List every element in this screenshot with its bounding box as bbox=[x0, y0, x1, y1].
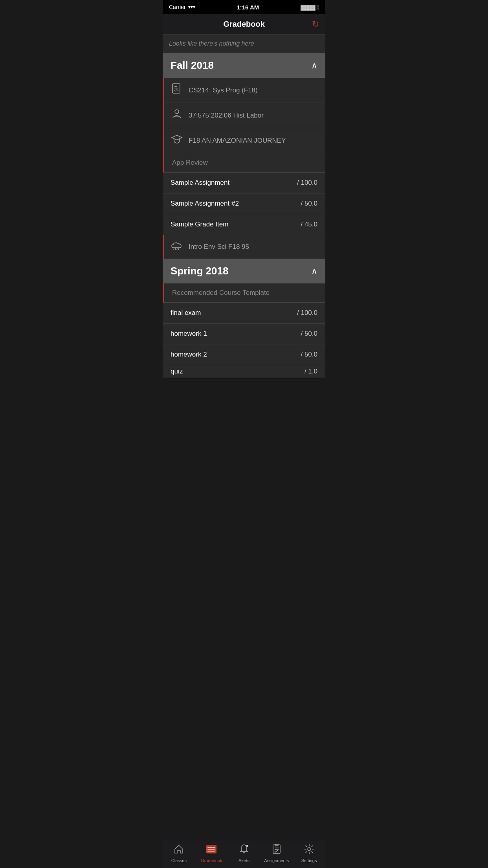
sa2-score: / 50.0 bbox=[301, 200, 317, 208]
graduation-icon bbox=[171, 134, 183, 147]
svg-text:</>: </> bbox=[174, 89, 179, 92]
svg-line-10 bbox=[177, 248, 177, 250]
spring2018-header[interactable]: Spring 2018 ∧ bbox=[163, 259, 325, 283]
cloud-icon bbox=[171, 241, 183, 253]
status-bar: Carrier ▾▾▾ 1:16 AM ▓▓▓▓░ bbox=[163, 0, 325, 14]
app-review-category[interactable]: App Review bbox=[163, 153, 325, 173]
sa2-name: Sample Assignment #2 bbox=[171, 200, 239, 208]
svg-marker-6 bbox=[172, 135, 182, 140]
wifi-icon: ▾▾▾ bbox=[188, 4, 195, 10]
quiz-name: quiz bbox=[171, 368, 183, 375]
recommended-text: Recommended Course Template bbox=[172, 289, 270, 296]
grade-final-exam[interactable]: final exam / 100.0 bbox=[163, 303, 325, 324]
refresh-button[interactable]: ↻ bbox=[312, 19, 319, 29]
sgi-score: / 45.0 bbox=[301, 221, 317, 228]
grade-sample-assignment[interactable]: Sample Assignment / 100.0 bbox=[163, 173, 325, 193]
carrier-text: Carrier bbox=[169, 4, 186, 10]
grade-sample-item[interactable]: Sample Grade Item / 45.0 bbox=[163, 214, 325, 235]
scroll-content: Looks like there's nothing here Fall 201… bbox=[163, 35, 325, 406]
svg-rect-5 bbox=[175, 115, 178, 116]
course-hist[interactable]: 37:575:202:06 Hist Labor bbox=[163, 103, 325, 128]
nothing-here-text: Looks like there's nothing here bbox=[169, 40, 254, 47]
sa1-score: / 100.0 bbox=[297, 179, 317, 187]
cs214-name: CS214: Sys Prog (F18) bbox=[189, 86, 258, 94]
svg-line-8 bbox=[174, 248, 174, 250]
hw1-score: / 50.0 bbox=[301, 330, 317, 338]
course-amazonian[interactable]: F18 AN AMAZONIAN JOURNEY bbox=[163, 128, 325, 153]
fall2018-chevron: ∧ bbox=[311, 61, 317, 71]
hist-name: 37:575:202:06 Hist Labor bbox=[189, 112, 264, 120]
hw2-name: homework 2 bbox=[171, 351, 207, 359]
hw2-score: / 50.0 bbox=[301, 351, 317, 359]
grade-homework-1[interactable]: homework 1 / 50.0 bbox=[163, 324, 325, 344]
course-env-sci[interactable]: Intro Env Sci F18 95 bbox=[163, 235, 325, 259]
battery-icon: ▓▓▓▓░ bbox=[301, 4, 319, 10]
code-icon: </> bbox=[171, 83, 183, 97]
fe-name: final exam bbox=[171, 309, 201, 317]
spring2018-chevron: ∧ bbox=[311, 266, 317, 276]
carrier-info: Carrier ▾▾▾ bbox=[169, 4, 195, 10]
recommended-category[interactable]: Recommended Course Template bbox=[163, 283, 325, 303]
nothing-here-section: Looks like there's nothing here bbox=[163, 35, 325, 53]
grade-homework-2[interactable]: homework 2 / 50.0 bbox=[163, 344, 325, 365]
hw1-name: homework 1 bbox=[171, 330, 207, 338]
course-cs214[interactable]: </> CS214: Sys Prog (F18) bbox=[163, 78, 325, 103]
sgi-name: Sample Grade Item bbox=[171, 221, 228, 228]
fall2018-title: Fall 2018 bbox=[171, 59, 214, 72]
grade-sample-assignment-2[interactable]: Sample Assignment #2 / 50.0 bbox=[163, 193, 325, 214]
svg-line-9 bbox=[175, 248, 176, 250]
amazonian-name: F18 AN AMAZONIAN JOURNEY bbox=[189, 137, 286, 145]
spring2018-title: Spring 2018 bbox=[171, 265, 228, 277]
svg-line-11 bbox=[178, 248, 179, 250]
header: Gradebook ↻ bbox=[163, 14, 325, 35]
status-time: 1:16 AM bbox=[237, 4, 259, 11]
fall2018-header[interactable]: Fall 2018 ∧ bbox=[163, 53, 325, 78]
person-icon bbox=[171, 108, 183, 122]
grade-quiz-partial[interactable]: quiz / 1.0 bbox=[163, 365, 325, 378]
env-sci-name: Intro Env Sci F18 95 bbox=[189, 243, 249, 251]
quiz-score: / 1.0 bbox=[305, 368, 317, 375]
sa1-name: Sample Assignment bbox=[171, 179, 229, 187]
page-title: Gradebook bbox=[223, 20, 265, 29]
app-review-text: App Review bbox=[172, 159, 208, 166]
svg-point-4 bbox=[175, 110, 179, 114]
fe-score: / 100.0 bbox=[297, 309, 317, 317]
